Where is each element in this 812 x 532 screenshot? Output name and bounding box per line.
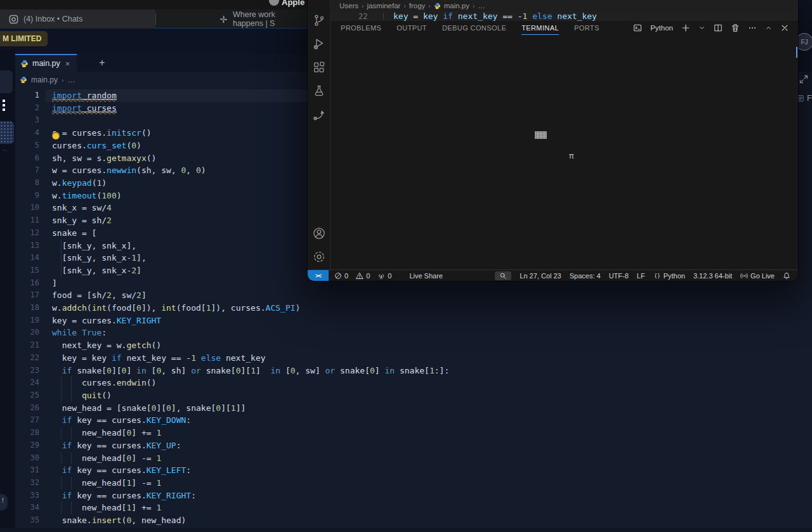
panel-tab-problems[interactable]: PROBLEMS xyxy=(341,21,381,35)
breadcrumb-file[interactable]: main.py xyxy=(444,2,469,10)
settings-gear-icon[interactable] xyxy=(312,250,326,264)
line-text: next_key = w.getch() xyxy=(52,339,161,352)
follow-participant-button[interactable]: Fo xyxy=(797,94,812,103)
accounts-icon[interactable] xyxy=(312,226,326,240)
line-number: 9 xyxy=(15,190,39,202)
browser-tab-slack[interactable]: Where work happens | S xyxy=(219,10,308,29)
code-line-25[interactable]: 25 quit() xyxy=(0,389,812,402)
split-terminal-button[interactable] xyxy=(714,23,723,32)
code-line-17[interactable]: 17food = [sh/2, sw/2] xyxy=(0,289,812,302)
line-text: if key == curses.KEY_RIGHT: xyxy=(52,490,196,502)
terminal-shell-label[interactable]: Python xyxy=(650,24,673,32)
kill-terminal-button[interactable] xyxy=(731,23,740,32)
line-number: 23 xyxy=(15,365,39,377)
source-control-icon[interactable] xyxy=(312,13,326,27)
terminal-dropdown-icon[interactable] xyxy=(698,23,705,32)
browser-tab-label: (4) Inbox • Chats xyxy=(23,15,82,23)
code-line-26[interactable]: 26 new_head = [snake[0][0], snake[0][1]] xyxy=(0,402,812,415)
close-panel-icon[interactable] xyxy=(780,23,789,32)
code-line-21[interactable]: 21 next_key = w.getch() xyxy=(0,339,812,352)
chevron-right-icon: › xyxy=(403,3,405,10)
panel-tab-terminal[interactable]: TERMINAL xyxy=(521,21,559,35)
maximize-panel-icon[interactable] xyxy=(765,23,772,32)
window-badge: M LIMITED xyxy=(0,31,48,46)
remote-indicator[interactable]: >< xyxy=(308,270,329,281)
new-tab-button[interactable]: + xyxy=(96,57,108,68)
line-number: 24 xyxy=(15,377,39,389)
line-text: key = key if next_key == -1 else next_ke… xyxy=(393,11,597,21)
quick-fix-lightbulb-icon[interactable] xyxy=(52,132,60,139)
code-line-30[interactable]: 30 new_head[0] -= 1 xyxy=(0,452,812,465)
active-terminal-indicator xyxy=(796,47,797,58)
warning-icon xyxy=(356,272,363,280)
eol-indicator[interactable]: LF xyxy=(637,272,645,280)
more-actions-button[interactable] xyxy=(748,23,757,32)
overlay-breadcrumb[interactable]: Users›jasminefar›frogy›main.py›… xyxy=(331,0,798,11)
expand-icon[interactable] xyxy=(799,74,809,84)
language-mode[interactable]: {}Python xyxy=(653,272,685,280)
code-line-28[interactable]: 28 new_head[0] += 1 xyxy=(0,427,812,439)
python-interpreter[interactable]: 3.12.3 64-bit xyxy=(693,272,732,280)
python-file-icon xyxy=(20,60,29,68)
line-text: w.timeout(100) xyxy=(52,190,122,202)
cursor-position[interactable]: Ln 27, Col 23 xyxy=(520,272,561,280)
search-indicator[interactable] xyxy=(495,271,511,280)
browser-tab-chats[interactable]: (4) Inbox • Chats xyxy=(9,10,82,29)
code-line-34[interactable]: 34 new_head[1] += 1 xyxy=(0,502,812,514)
forwarded-ports-indicator[interactable]: 0 xyxy=(377,272,391,280)
terminal-viewport[interactable]: π xyxy=(331,35,798,269)
code-line-23[interactable]: 23 if snake[0][0] in [0, sh] or snake[0]… xyxy=(0,365,812,377)
panel-tab-debug-console[interactable]: DEBUG CONSOLE xyxy=(442,21,506,35)
code-line-19[interactable]: 19key = curses.KEY_RIGHT xyxy=(0,315,812,327)
breadcrumb-item[interactable]: Users xyxy=(339,2,358,10)
code-line-24[interactable]: 24 curses.endwin() xyxy=(0,377,812,389)
code-line-20[interactable]: 20while True: xyxy=(0,327,812,339)
svg-text:{}: {} xyxy=(654,273,660,279)
breadcrumb-file[interactable]: main.py xyxy=(31,75,58,84)
code-line-33[interactable]: 33 if key == curses.KEY_RIGHT: xyxy=(0,490,812,502)
testing-icon[interactable] xyxy=(312,84,326,98)
extensions-icon[interactable] xyxy=(312,60,326,74)
line-number: 11 xyxy=(15,214,39,227)
panel-tab-output[interactable]: OUTPUT xyxy=(396,21,427,35)
bell-icon xyxy=(783,272,790,280)
line-text: [snk_y, snk_x-2] xyxy=(52,264,141,277)
line-number: 29 xyxy=(15,439,39,452)
code-line-32[interactable]: 32 new_head[1] -= 1 xyxy=(0,477,812,490)
new-terminal-button[interactable] xyxy=(681,23,690,32)
radio-tower-icon xyxy=(377,272,385,280)
line-text: curses.endwin() xyxy=(52,377,156,389)
encoding[interactable]: UTF-8 xyxy=(609,272,629,280)
tab-main-py[interactable]: main.py × xyxy=(15,54,77,72)
line-number: 33 xyxy=(15,490,39,502)
code-line-27[interactable]: 27 if key == curses.KEY_DOWN: xyxy=(0,414,812,427)
live-share-status[interactable]: Live Share xyxy=(399,272,443,280)
code-line-31[interactable]: 31 if key == curses.KEY_LEFT: xyxy=(0,464,812,477)
indentation[interactable]: Spaces: 4 xyxy=(570,272,601,280)
line-number: 26 xyxy=(15,402,39,415)
code-line-22[interactable]: 22 key = key if next_key == -1 else next… xyxy=(0,352,812,365)
line-text: w.keypad(1) xyxy=(52,177,107,190)
notifications-bell[interactable] xyxy=(783,272,790,280)
editor-peek-line[interactable]: 22 key = key if next_key == -1 else next… xyxy=(331,11,798,21)
breadcrumb-item[interactable]: frogy xyxy=(409,2,426,10)
close-tab-icon[interactable]: × xyxy=(65,59,70,68)
panel-tab-ports[interactable]: PORTS xyxy=(574,21,599,35)
warnings-indicator[interactable]: 0 xyxy=(356,272,370,280)
browser-tab-bar: (4) Inbox • Chats Where work happens | S xyxy=(0,10,308,29)
go-live[interactable]: Go Live xyxy=(740,272,775,280)
line-text: [snk_y, snk_x-1], xyxy=(52,252,147,264)
indent-guide xyxy=(383,13,384,20)
breadcrumb-more[interactable]: … xyxy=(478,2,485,10)
code-line-18[interactable]: 18w.addch(int(food[0]), int(food[1]), cu… xyxy=(0,302,812,315)
run-debug-icon[interactable] xyxy=(312,37,326,51)
live-share-icon[interactable] xyxy=(312,108,326,122)
line-text: snk_x = sw/4 xyxy=(52,202,112,214)
breadcrumb-more[interactable]: … xyxy=(68,75,75,84)
code-line-29[interactable]: 29 if key == curses.KEY_UP: xyxy=(0,439,812,452)
breadcrumb-item[interactable]: jasminefar xyxy=(367,2,400,10)
chats-icon xyxy=(9,15,18,24)
line-text: w = curses.newwin(sh, sw, 0, 0) xyxy=(52,164,206,177)
code-line-35[interactable]: 35 snake.insert(0, new_head) xyxy=(0,514,812,527)
errors-indicator[interactable]: 0 xyxy=(334,272,348,280)
